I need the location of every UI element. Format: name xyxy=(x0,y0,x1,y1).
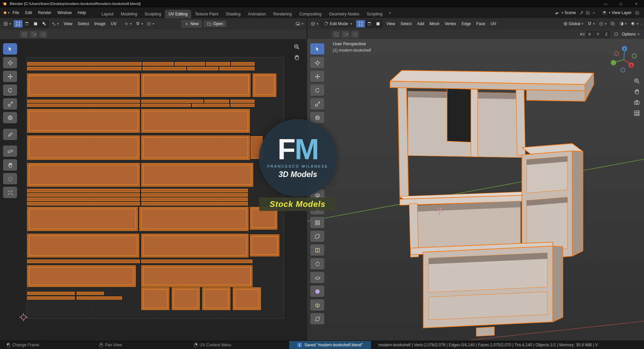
vp-menu-mesh[interactable]: Mesh xyxy=(427,20,442,27)
add-workspace-button[interactable]: + xyxy=(386,9,394,17)
viewport-pan-hand-icon[interactable] xyxy=(634,89,640,95)
camera-view-icon[interactable] xyxy=(634,99,640,106)
uv-island[interactable] xyxy=(231,100,254,103)
pin-scene-icon[interactable] xyxy=(579,10,584,15)
uv-island[interactable] xyxy=(143,67,186,70)
maximize-button[interactable]: □ xyxy=(613,0,629,7)
uv-menu-view[interactable]: View xyxy=(61,20,75,27)
edge-select-button[interactable] xyxy=(365,20,374,27)
uv-island[interactable] xyxy=(142,189,248,192)
viewport-proportional-edit-button[interactable]: ▾ xyxy=(597,20,608,27)
tool-move-button[interactable] xyxy=(3,71,17,82)
viewport-canvas-area[interactable]: Z X User Perspective (1) modern-bookshel… xyxy=(307,39,644,341)
tool-tweak-button[interactable] xyxy=(3,43,17,55)
uv-island[interactable] xyxy=(142,202,248,205)
tab-compositing[interactable]: Compositing xyxy=(296,10,325,18)
uv-island[interactable] xyxy=(231,104,254,107)
tool-shear-button[interactable] xyxy=(310,313,324,325)
uv-island[interactable] xyxy=(192,104,229,107)
tab-uv-editing[interactable]: UV Editing xyxy=(165,10,191,18)
transform-orientation-selector[interactable]: Global ▾ xyxy=(562,20,584,27)
uv-menu-select[interactable]: Select xyxy=(75,20,92,27)
gizmo-negative-x-ball[interactable] xyxy=(614,52,619,56)
unlink-scene-icon[interactable]: × xyxy=(592,11,596,15)
bookshelf-model[interactable] xyxy=(307,39,594,336)
vertex-select-button[interactable] xyxy=(356,20,365,27)
vp-menu-edge[interactable]: Edge xyxy=(459,20,474,27)
scene-selector[interactable]: ▾ Scene xyxy=(553,10,577,16)
tool-cursor-button[interactable] xyxy=(310,57,324,68)
face-select-button[interactable] xyxy=(374,20,382,27)
uv-island[interactable] xyxy=(28,62,141,65)
tool-rotate-button[interactable] xyxy=(310,84,324,96)
uv-pivot-button[interactable]: ▾ xyxy=(123,20,133,27)
shading-mode-button[interactable]: ▾ xyxy=(629,20,640,27)
vp-menu-add[interactable]: Add xyxy=(414,20,427,27)
uv-editor-canvas-area[interactable] xyxy=(0,39,307,341)
tab-animation[interactable]: Animation xyxy=(244,10,269,18)
gizmo-negative-z-ball[interactable] xyxy=(621,68,625,72)
vp-select-subtract-button[interactable] xyxy=(351,31,359,38)
viewport-editor-type-button[interactable]: ▾ xyxy=(309,20,320,27)
menu-help[interactable]: Help xyxy=(75,9,89,16)
uv-island[interactable] xyxy=(142,198,248,201)
uv-menu-uv[interactable]: UV xyxy=(108,20,119,27)
tool-measure-button[interactable] xyxy=(3,146,17,157)
uv-island[interactable] xyxy=(142,100,203,103)
uv-island[interactable] xyxy=(28,202,140,205)
vp-menu-select[interactable]: Select xyxy=(398,20,414,27)
uv-island[interactable] xyxy=(28,104,140,107)
tab-layout[interactable]: Layout xyxy=(98,10,117,18)
tool-relax-button[interactable] xyxy=(3,173,17,184)
vp-select-extend-button[interactable] xyxy=(341,31,350,38)
uv-editor-type-button[interactable]: ▾ xyxy=(2,20,12,27)
orthographic-toggle-icon[interactable] xyxy=(634,110,640,116)
mirror-y-button[interactable]: Y xyxy=(594,31,601,38)
new-image-button[interactable]: ＋ New xyxy=(181,19,202,28)
menu-edit[interactable]: Edit xyxy=(22,9,35,16)
tab-shading[interactable]: Shading xyxy=(222,10,244,18)
uv-island[interactable] xyxy=(175,62,205,65)
tab-scripting[interactable]: Scripting xyxy=(363,10,386,18)
uv-island[interactable] xyxy=(187,67,218,70)
tab-rendering[interactable]: Rendering xyxy=(270,10,296,18)
navigation-gizmo[interactable]: Z X xyxy=(611,46,637,72)
uv-select-edge-button[interactable] xyxy=(22,20,31,27)
uv-island[interactable] xyxy=(28,260,140,263)
vp-menu-uv[interactable]: UV xyxy=(488,20,499,27)
tool-transform-button[interactable] xyxy=(3,112,17,123)
tool-annotate-button[interactable] xyxy=(3,129,17,140)
tool-poly-build-button[interactable] xyxy=(310,258,324,270)
uv-island[interactable] xyxy=(28,297,74,299)
uv-menu-image[interactable]: Image xyxy=(92,20,108,27)
tool-smooth-button[interactable] xyxy=(310,286,324,297)
new-scene-icon[interactable] xyxy=(585,10,590,15)
save-toast[interactable]: i Saved "modern-bookshelf.blend" xyxy=(289,341,371,349)
tool-grab-button[interactable] xyxy=(3,159,17,171)
header-overflow-arrow[interactable]: ‹ xyxy=(641,22,642,26)
new-view-layer-icon[interactable] xyxy=(635,10,639,15)
pan-hand-icon[interactable] xyxy=(293,54,300,61)
uv-island[interactable] xyxy=(231,62,254,65)
mirror-x-button[interactable]: X xyxy=(586,31,593,38)
snap-settings-icon[interactable] xyxy=(614,32,619,37)
tab-modeling[interactable]: Modeling xyxy=(117,10,141,18)
tool-pinch-button[interactable] xyxy=(3,187,17,198)
uv-2d-cursor[interactable] xyxy=(19,313,28,321)
blender-menu-icon[interactable] xyxy=(3,10,7,15)
uv-select-new-button[interactable] xyxy=(20,31,28,38)
tab-geometry-nodes[interactable]: Geometry Nodes xyxy=(325,10,363,18)
xray-toggle-button[interactable] xyxy=(609,20,616,27)
tab-sculpting[interactable]: Sculpting xyxy=(141,10,165,18)
mirror-z-button[interactable]: Z xyxy=(603,31,610,38)
overlays-toggle-button[interactable]: ▾ xyxy=(618,20,628,27)
uv-island[interactable] xyxy=(206,62,230,65)
uv-proportional-edit-button[interactable]: ▾ xyxy=(145,20,156,27)
gizmo-y-ball[interactable] xyxy=(611,60,616,65)
uv-snap-button[interactable]: ▾ xyxy=(134,20,145,27)
uv-select-subtract-button[interactable] xyxy=(39,31,47,38)
tab-texture-paint[interactable]: Texture Paint xyxy=(191,10,222,18)
menu-render[interactable]: Render xyxy=(35,9,54,16)
viewport-scene[interactable]: Z X xyxy=(307,39,644,341)
mode-selector[interactable]: Edit Mode ▾ xyxy=(321,20,355,27)
